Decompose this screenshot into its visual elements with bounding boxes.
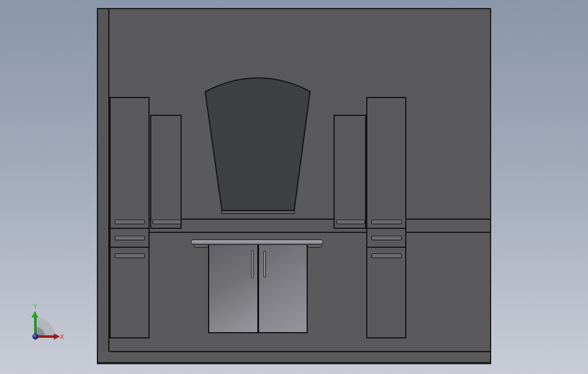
door-handle-left[interactable]	[251, 250, 253, 278]
counter-bottom-edge	[109, 232, 490, 233]
floor-edge	[109, 351, 490, 352]
cad-viewport[interactable]: Y X	[0, 0, 588, 374]
towel-rail[interactable]	[191, 239, 324, 245]
x-axis-shaft	[37, 336, 54, 338]
drawer-handle[interactable]	[115, 220, 145, 224]
drawer-divider	[111, 247, 148, 248]
base-cabinet-door-left[interactable]	[208, 244, 258, 333]
drawer-handle[interactable]	[115, 236, 145, 240]
y-axis-arrowhead-icon	[32, 311, 38, 317]
drawer-divider	[367, 247, 405, 248]
drawer-handle[interactable]	[371, 254, 402, 258]
left-upper-cabinet[interactable]	[150, 115, 182, 229]
x-axis-arrowhead-icon	[54, 334, 60, 340]
origin-sphere-icon	[33, 334, 38, 340]
drawer-divider	[367, 228, 405, 229]
mirror-shelf[interactable]	[221, 211, 295, 214]
right-upper-cabinet[interactable]	[334, 115, 366, 229]
y-axis-label: Y	[33, 303, 37, 310]
y-axis-shaft	[34, 317, 37, 336]
side-panel[interactable]	[98, 9, 109, 352]
drawer-divider	[111, 228, 148, 229]
origin-triad: Y X	[22, 298, 68, 347]
drawer-handle[interactable]	[371, 236, 402, 240]
right-tall-cabinet[interactable]	[366, 97, 406, 338]
arched-mirror[interactable]	[201, 66, 315, 216]
drawer-handle[interactable]	[115, 254, 145, 258]
x-axis-label: X	[60, 333, 65, 341]
drawer-handle[interactable]	[336, 220, 365, 224]
base-cabinet-door-gap	[257, 244, 259, 333]
drawer-handle[interactable]	[152, 220, 181, 224]
drawer-handle[interactable]	[371, 220, 402, 224]
mirror-glass[interactable]	[205, 78, 310, 211]
left-tall-cabinet[interactable]	[109, 97, 150, 338]
door-handle-right[interactable]	[264, 251, 266, 278]
